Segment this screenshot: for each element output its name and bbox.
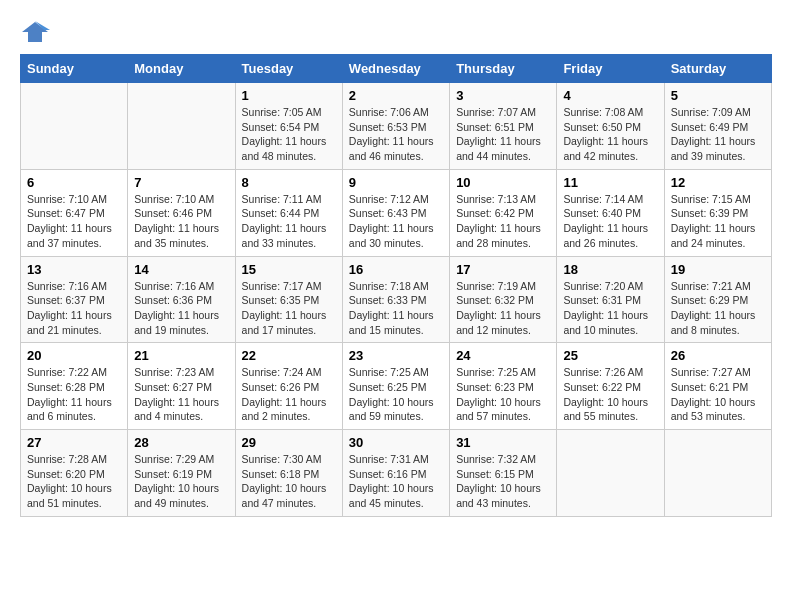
calendar-cell: 6Sunrise: 7:10 AM Sunset: 6:47 PM Daylig… <box>21 169 128 256</box>
calendar-cell <box>128 83 235 170</box>
calendar-week-4: 20Sunrise: 7:22 AM Sunset: 6:28 PM Dayli… <box>21 343 772 430</box>
day-info: Sunrise: 7:27 AM Sunset: 6:21 PM Dayligh… <box>671 365 765 424</box>
day-number: 15 <box>242 262 336 277</box>
day-info: Sunrise: 7:10 AM Sunset: 6:47 PM Dayligh… <box>27 192 121 251</box>
calendar-cell: 22Sunrise: 7:24 AM Sunset: 6:26 PM Dayli… <box>235 343 342 430</box>
page-header <box>20 20 772 44</box>
calendar-table: SundayMondayTuesdayWednesdayThursdayFrid… <box>20 54 772 517</box>
day-number: 21 <box>134 348 228 363</box>
day-number: 31 <box>456 435 550 450</box>
day-number: 4 <box>563 88 657 103</box>
calendar-cell: 10Sunrise: 7:13 AM Sunset: 6:42 PM Dayli… <box>450 169 557 256</box>
day-number: 30 <box>349 435 443 450</box>
logo-icon <box>20 20 50 44</box>
day-info: Sunrise: 7:14 AM Sunset: 6:40 PM Dayligh… <box>563 192 657 251</box>
day-number: 13 <box>27 262 121 277</box>
calendar-cell: 2Sunrise: 7:06 AM Sunset: 6:53 PM Daylig… <box>342 83 449 170</box>
calendar-cell: 24Sunrise: 7:25 AM Sunset: 6:23 PM Dayli… <box>450 343 557 430</box>
calendar-cell: 28Sunrise: 7:29 AM Sunset: 6:19 PM Dayli… <box>128 430 235 517</box>
day-info: Sunrise: 7:07 AM Sunset: 6:51 PM Dayligh… <box>456 105 550 164</box>
day-info: Sunrise: 7:09 AM Sunset: 6:49 PM Dayligh… <box>671 105 765 164</box>
calendar-cell: 14Sunrise: 7:16 AM Sunset: 6:36 PM Dayli… <box>128 256 235 343</box>
day-info: Sunrise: 7:16 AM Sunset: 6:37 PM Dayligh… <box>27 279 121 338</box>
day-info: Sunrise: 7:31 AM Sunset: 6:16 PM Dayligh… <box>349 452 443 511</box>
calendar-week-3: 13Sunrise: 7:16 AM Sunset: 6:37 PM Dayli… <box>21 256 772 343</box>
day-number: 14 <box>134 262 228 277</box>
day-number: 20 <box>27 348 121 363</box>
calendar-cell: 18Sunrise: 7:20 AM Sunset: 6:31 PM Dayli… <box>557 256 664 343</box>
day-info: Sunrise: 7:19 AM Sunset: 6:32 PM Dayligh… <box>456 279 550 338</box>
calendar-cell: 7Sunrise: 7:10 AM Sunset: 6:46 PM Daylig… <box>128 169 235 256</box>
calendar-week-1: 1Sunrise: 7:05 AM Sunset: 6:54 PM Daylig… <box>21 83 772 170</box>
day-info: Sunrise: 7:22 AM Sunset: 6:28 PM Dayligh… <box>27 365 121 424</box>
day-number: 1 <box>242 88 336 103</box>
calendar-cell: 9Sunrise: 7:12 AM Sunset: 6:43 PM Daylig… <box>342 169 449 256</box>
calendar-cell: 26Sunrise: 7:27 AM Sunset: 6:21 PM Dayli… <box>664 343 771 430</box>
day-number: 18 <box>563 262 657 277</box>
day-number: 8 <box>242 175 336 190</box>
day-info: Sunrise: 7:13 AM Sunset: 6:42 PM Dayligh… <box>456 192 550 251</box>
calendar-cell: 27Sunrise: 7:28 AM Sunset: 6:20 PM Dayli… <box>21 430 128 517</box>
day-info: Sunrise: 7:05 AM Sunset: 6:54 PM Dayligh… <box>242 105 336 164</box>
day-number: 19 <box>671 262 765 277</box>
calendar-cell: 4Sunrise: 7:08 AM Sunset: 6:50 PM Daylig… <box>557 83 664 170</box>
calendar-cell: 21Sunrise: 7:23 AM Sunset: 6:27 PM Dayli… <box>128 343 235 430</box>
calendar-cell: 16Sunrise: 7:18 AM Sunset: 6:33 PM Dayli… <box>342 256 449 343</box>
calendar-header-wednesday: Wednesday <box>342 55 449 83</box>
calendar-cell: 23Sunrise: 7:25 AM Sunset: 6:25 PM Dayli… <box>342 343 449 430</box>
logo <box>20 20 54 44</box>
day-number: 17 <box>456 262 550 277</box>
day-info: Sunrise: 7:10 AM Sunset: 6:46 PM Dayligh… <box>134 192 228 251</box>
day-info: Sunrise: 7:08 AM Sunset: 6:50 PM Dayligh… <box>563 105 657 164</box>
calendar-header-friday: Friday <box>557 55 664 83</box>
day-info: Sunrise: 7:32 AM Sunset: 6:15 PM Dayligh… <box>456 452 550 511</box>
calendar-body: 1Sunrise: 7:05 AM Sunset: 6:54 PM Daylig… <box>21 83 772 517</box>
calendar-cell: 5Sunrise: 7:09 AM Sunset: 6:49 PM Daylig… <box>664 83 771 170</box>
day-number: 3 <box>456 88 550 103</box>
day-info: Sunrise: 7:21 AM Sunset: 6:29 PM Dayligh… <box>671 279 765 338</box>
calendar-cell: 31Sunrise: 7:32 AM Sunset: 6:15 PM Dayli… <box>450 430 557 517</box>
calendar-header-sunday: Sunday <box>21 55 128 83</box>
calendar-cell: 29Sunrise: 7:30 AM Sunset: 6:18 PM Dayli… <box>235 430 342 517</box>
day-number: 9 <box>349 175 443 190</box>
calendar-cell: 8Sunrise: 7:11 AM Sunset: 6:44 PM Daylig… <box>235 169 342 256</box>
calendar-header-thursday: Thursday <box>450 55 557 83</box>
calendar-cell: 20Sunrise: 7:22 AM Sunset: 6:28 PM Dayli… <box>21 343 128 430</box>
day-number: 27 <box>27 435 121 450</box>
day-number: 26 <box>671 348 765 363</box>
calendar-cell: 3Sunrise: 7:07 AM Sunset: 6:51 PM Daylig… <box>450 83 557 170</box>
calendar-header-monday: Monday <box>128 55 235 83</box>
day-info: Sunrise: 7:06 AM Sunset: 6:53 PM Dayligh… <box>349 105 443 164</box>
day-number: 22 <box>242 348 336 363</box>
day-info: Sunrise: 7:23 AM Sunset: 6:27 PM Dayligh… <box>134 365 228 424</box>
day-info: Sunrise: 7:12 AM Sunset: 6:43 PM Dayligh… <box>349 192 443 251</box>
calendar-cell: 15Sunrise: 7:17 AM Sunset: 6:35 PM Dayli… <box>235 256 342 343</box>
day-info: Sunrise: 7:30 AM Sunset: 6:18 PM Dayligh… <box>242 452 336 511</box>
calendar-header-saturday: Saturday <box>664 55 771 83</box>
calendar-cell: 12Sunrise: 7:15 AM Sunset: 6:39 PM Dayli… <box>664 169 771 256</box>
calendar-cell <box>664 430 771 517</box>
calendar-week-2: 6Sunrise: 7:10 AM Sunset: 6:47 PM Daylig… <box>21 169 772 256</box>
day-info: Sunrise: 7:20 AM Sunset: 6:31 PM Dayligh… <box>563 279 657 338</box>
calendar-cell <box>557 430 664 517</box>
day-number: 11 <box>563 175 657 190</box>
day-info: Sunrise: 7:29 AM Sunset: 6:19 PM Dayligh… <box>134 452 228 511</box>
day-info: Sunrise: 7:16 AM Sunset: 6:36 PM Dayligh… <box>134 279 228 338</box>
day-number: 29 <box>242 435 336 450</box>
day-number: 6 <box>27 175 121 190</box>
day-info: Sunrise: 7:25 AM Sunset: 6:25 PM Dayligh… <box>349 365 443 424</box>
day-number: 5 <box>671 88 765 103</box>
calendar-cell: 17Sunrise: 7:19 AM Sunset: 6:32 PM Dayli… <box>450 256 557 343</box>
day-number: 28 <box>134 435 228 450</box>
day-info: Sunrise: 7:11 AM Sunset: 6:44 PM Dayligh… <box>242 192 336 251</box>
calendar-header-tuesday: Tuesday <box>235 55 342 83</box>
calendar-cell: 13Sunrise: 7:16 AM Sunset: 6:37 PM Dayli… <box>21 256 128 343</box>
day-number: 7 <box>134 175 228 190</box>
svg-marker-0 <box>22 22 48 42</box>
day-number: 23 <box>349 348 443 363</box>
day-info: Sunrise: 7:17 AM Sunset: 6:35 PM Dayligh… <box>242 279 336 338</box>
day-number: 10 <box>456 175 550 190</box>
day-info: Sunrise: 7:28 AM Sunset: 6:20 PM Dayligh… <box>27 452 121 511</box>
day-number: 25 <box>563 348 657 363</box>
calendar-cell: 1Sunrise: 7:05 AM Sunset: 6:54 PM Daylig… <box>235 83 342 170</box>
